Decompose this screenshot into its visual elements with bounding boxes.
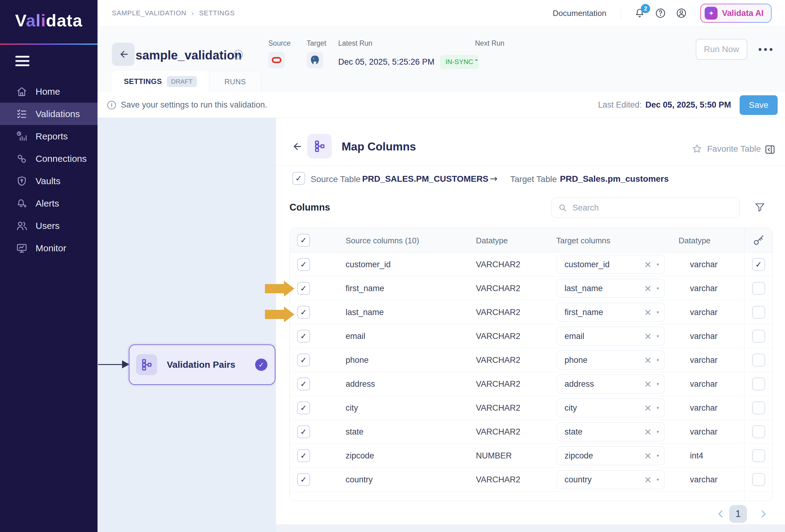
favorite-table-button[interactable]: Favorite Table bbox=[692, 144, 761, 154]
target-datatype: varchar bbox=[690, 475, 717, 484]
search-input[interactable] bbox=[573, 203, 733, 213]
sidebar-item-validations[interactable]: Validations bbox=[0, 103, 98, 125]
panel-back-button[interactable] bbox=[291, 141, 304, 154]
row-checkbox[interactable] bbox=[297, 377, 310, 391]
oracle-source-icon bbox=[268, 52, 285, 68]
key-checkbox[interactable] bbox=[752, 330, 765, 343]
target-column-select[interactable]: last_name × ▾ bbox=[557, 279, 665, 298]
dropdown-caret-icon[interactable]: ▾ bbox=[657, 429, 659, 434]
clear-icon[interactable]: × bbox=[644, 284, 652, 293]
sidebar-item-vaults[interactable]: Vaults bbox=[0, 170, 98, 192]
key-checkbox[interactable] bbox=[752, 282, 765, 295]
validata-ai-button[interactable]: ✦ Validata AI bbox=[700, 4, 771, 23]
row-checkbox[interactable] bbox=[297, 473, 310, 486]
dropdown-caret-icon[interactable]: ▾ bbox=[657, 262, 659, 267]
select-all-checkbox[interactable] bbox=[297, 234, 310, 247]
sidebar: Validata Home Validations Reports Connec… bbox=[0, 0, 98, 532]
key-checkbox[interactable] bbox=[752, 449, 765, 462]
menu-toggle-button[interactable] bbox=[15, 56, 30, 69]
target-column-select[interactable]: email × ▾ bbox=[557, 327, 665, 346]
key-checkbox[interactable] bbox=[752, 473, 765, 486]
pair-checkbox[interactable] bbox=[292, 172, 305, 185]
clear-icon[interactable]: × bbox=[644, 451, 652, 460]
row-checkbox[interactable] bbox=[297, 449, 310, 462]
more-options-button[interactable] bbox=[759, 46, 777, 53]
dropdown-caret-icon[interactable]: ▾ bbox=[657, 477, 659, 482]
dropdown-caret-icon[interactable]: ▾ bbox=[657, 310, 659, 315]
pagination-next-icon[interactable] bbox=[759, 509, 768, 518]
validation-flow-canvas[interactable]: Validation Pairs ✓ bbox=[98, 118, 276, 532]
clear-icon[interactable]: × bbox=[644, 403, 652, 413]
row-checkbox[interactable] bbox=[297, 401, 310, 414]
tab-settings[interactable]: SETTINGS DRAFT bbox=[112, 71, 209, 92]
pagination-page-1[interactable]: 1 bbox=[729, 505, 747, 523]
dropdown-caret-icon[interactable]: ▾ bbox=[657, 405, 659, 410]
clear-icon[interactable]: × bbox=[644, 355, 652, 365]
next-run-label: Next Run bbox=[475, 39, 504, 48]
back-button[interactable] bbox=[112, 43, 135, 66]
sidebar-item-alerts[interactable]: Alerts bbox=[0, 192, 98, 214]
row-checkbox[interactable] bbox=[297, 306, 310, 319]
clear-icon[interactable]: × bbox=[644, 260, 652, 269]
target-column-value: phone bbox=[564, 355, 587, 365]
key-checkbox[interactable] bbox=[752, 258, 765, 271]
info-icon[interactable]: i bbox=[234, 50, 243, 59]
dropdown-caret-icon[interactable]: ▾ bbox=[657, 334, 659, 339]
dropdown-caret-icon[interactable]: ▾ bbox=[657, 453, 659, 458]
target-column-select[interactable]: customer_id × ▾ bbox=[557, 255, 665, 274]
target-column-select[interactable]: first_name × ▾ bbox=[557, 303, 665, 322]
row-checkbox[interactable] bbox=[297, 330, 310, 343]
clear-icon[interactable]: × bbox=[644, 475, 652, 484]
pagination-prev-icon[interactable] bbox=[716, 509, 726, 518]
table-row: last_name VARCHAR2 first_name × ▾ varcha… bbox=[290, 300, 773, 324]
key-checkbox[interactable] bbox=[752, 354, 765, 367]
target-column-select[interactable]: state × ▾ bbox=[557, 422, 665, 441]
save-button[interactable]: Save bbox=[740, 95, 778, 115]
row-checkbox[interactable] bbox=[297, 282, 310, 295]
row-checkbox[interactable] bbox=[297, 258, 310, 271]
target-column-select[interactable]: zipcode × ▾ bbox=[557, 446, 665, 465]
target-column-select[interactable]: city × ▾ bbox=[557, 398, 665, 417]
checklist-icon bbox=[16, 108, 28, 120]
clear-icon[interactable]: × bbox=[644, 427, 652, 436]
clear-icon[interactable]: × bbox=[644, 379, 652, 389]
notifications-bell-icon[interactable]: 2 bbox=[634, 7, 646, 19]
row-checkbox[interactable] bbox=[297, 354, 310, 367]
run-now-button[interactable]: Run Now bbox=[696, 39, 747, 60]
key-checkbox[interactable] bbox=[752, 377, 765, 391]
key-checkbox[interactable] bbox=[752, 425, 765, 438]
dropdown-caret-icon[interactable]: ▾ bbox=[657, 286, 659, 291]
target-datatype: varchar bbox=[690, 284, 717, 293]
filter-icon[interactable] bbox=[754, 202, 765, 213]
sidebar-item-reports[interactable]: Reports bbox=[0, 125, 98, 148]
documentation-link[interactable]: Documentation bbox=[553, 8, 607, 18]
tab-runs[interactable]: RUNS bbox=[209, 71, 261, 92]
column-mapping-table: Source columns (10) Datatype Target colu… bbox=[289, 228, 773, 501]
target-column-select[interactable]: phone × ▾ bbox=[557, 351, 665, 370]
sidebar-item-monitor[interactable]: Monitor bbox=[0, 237, 98, 259]
target-column-select[interactable]: address × ▾ bbox=[557, 374, 665, 394]
sidebar-item-users[interactable]: Users bbox=[0, 214, 98, 237]
ai-chat-sparkle-icon: ✦ bbox=[705, 7, 717, 20]
collapse-panel-icon[interactable] bbox=[765, 144, 775, 155]
target-column-value: first_name bbox=[564, 308, 603, 317]
clear-icon[interactable]: × bbox=[644, 308, 652, 317]
user-account-icon[interactable] bbox=[675, 7, 687, 19]
sidebar-item-connections[interactable]: Connections bbox=[0, 148, 98, 170]
target-column-select[interactable]: country × ▾ bbox=[557, 470, 665, 489]
key-checkbox[interactable] bbox=[752, 306, 765, 319]
row-checkbox[interactable] bbox=[297, 425, 310, 438]
help-icon[interactable] bbox=[654, 7, 667, 19]
sidebar-item-home[interactable]: Home bbox=[0, 80, 98, 103]
source-column-name: email bbox=[346, 331, 365, 341]
validation-pairs-node[interactable]: Validation Pairs ✓ bbox=[129, 344, 275, 385]
breadcrumb-item[interactable]: SETTINGS bbox=[199, 9, 234, 17]
breadcrumb-item[interactable]: SAMPLE_VALIDATION bbox=[112, 9, 186, 17]
dropdown-caret-icon[interactable]: ▾ bbox=[657, 381, 659, 387]
source-column-name: state bbox=[346, 427, 364, 437]
clear-icon[interactable]: × bbox=[644, 331, 652, 341]
dropdown-caret-icon[interactable]: ▾ bbox=[657, 357, 659, 363]
mapping-hierarchy-icon bbox=[136, 354, 157, 375]
key-checkbox[interactable] bbox=[752, 401, 765, 414]
target-column-value: email bbox=[564, 331, 584, 341]
